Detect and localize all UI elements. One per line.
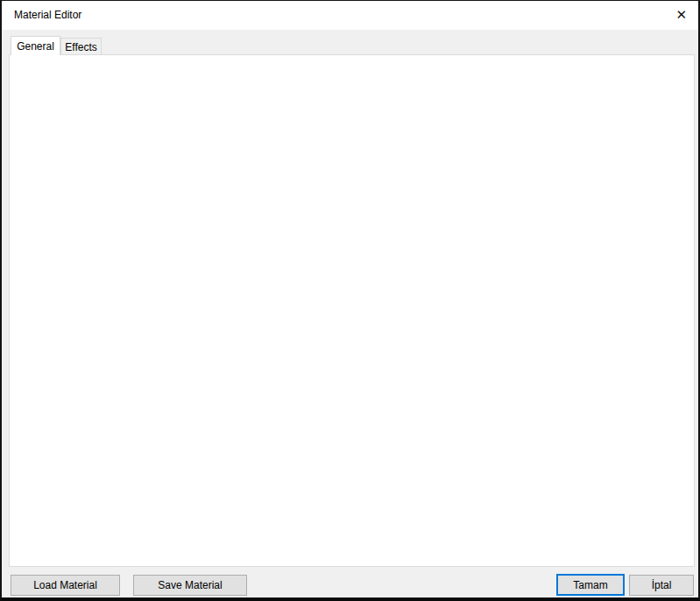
save-material-button[interactable]: Save Material (133, 575, 247, 596)
load-material-button[interactable]: Load Material (11, 575, 120, 596)
tab-general[interactable]: General (11, 36, 60, 55)
tab-effects[interactable]: Effects (60, 38, 102, 55)
material-editor-dialog: Material Editor ✕ General Effects Genera… (0, 0, 700, 601)
tab-page-general (9, 54, 695, 567)
cancel-button[interactable]: İptal (629, 575, 694, 596)
title-bar: Material Editor ✕ (2, 1, 698, 30)
ok-button[interactable]: Tamam (556, 574, 625, 596)
window-title: Material Editor (14, 9, 81, 21)
close-icon[interactable]: ✕ (675, 7, 687, 23)
